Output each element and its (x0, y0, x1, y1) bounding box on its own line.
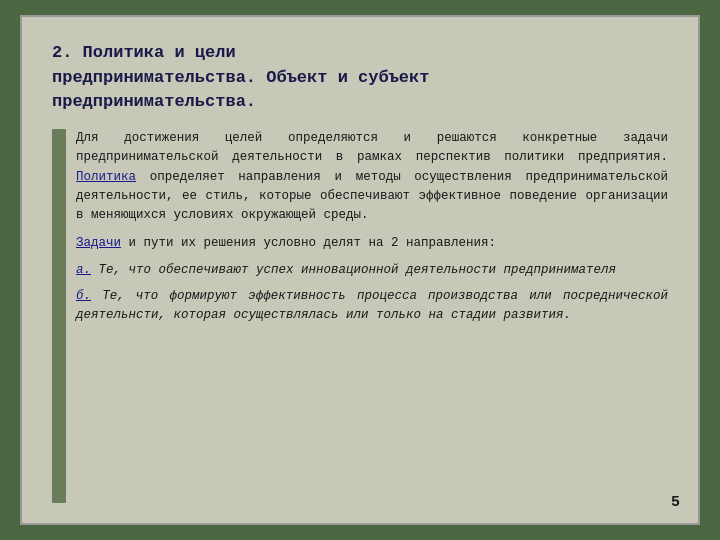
title-line2: предпринимательства. Объект и субъект (52, 68, 429, 87)
item-b-text: Те, что формируют эффективность процесса… (76, 289, 668, 322)
politika-link[interactable]: Политика (76, 170, 136, 184)
item-a-label: а. (76, 263, 91, 277)
zadachi-link[interactable]: Задачи (76, 236, 121, 250)
title-line1: 2. Политика и цели (52, 43, 236, 62)
paragraph1-text: Для достижения целей определяются и реша… (76, 131, 668, 164)
item-a-text: Те, что обеспечивают успех инновационной… (91, 263, 616, 277)
slide: 2. Политика и цели предпринимательства. … (20, 15, 700, 525)
paragraph-2: Задачи и пути их решения условно делят н… (76, 234, 668, 253)
paragraph1-cont: определяет направления и методы осуществ… (76, 170, 668, 223)
paragraph-1: Для достижения целей определяются и реша… (76, 129, 668, 226)
content-area: Для достижения целей определяются и реша… (52, 129, 668, 503)
item-b-label: б. (76, 289, 91, 303)
title-line3: предпринимательства. (52, 92, 256, 111)
slide-title: 2. Политика и цели предпринимательства. … (52, 41, 668, 115)
paragraph2-cont: и пути их решения условно делят на 2 нап… (121, 236, 496, 250)
list-item-a: а. Те, что обеспечивают успех инновацион… (76, 261, 668, 280)
text-body: Для достижения целей определяются и реша… (76, 129, 668, 503)
left-accent-bar (52, 129, 66, 503)
page-number: 5 (671, 494, 680, 511)
list-item-b: б. Те, что формируют эффективность проце… (76, 287, 668, 326)
